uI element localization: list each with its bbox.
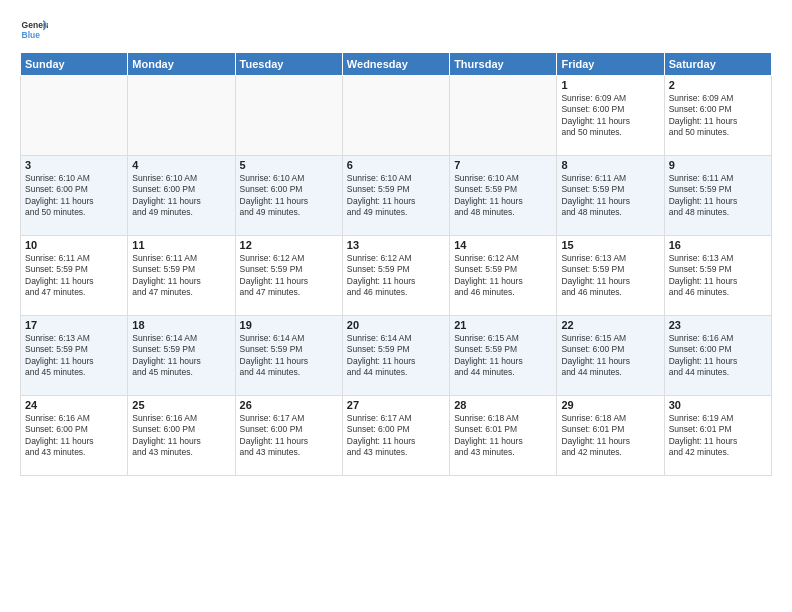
calendar-cell: 30Sunrise: 6:19 AM Sunset: 6:01 PM Dayli… bbox=[664, 396, 771, 476]
day-number: 4 bbox=[132, 159, 230, 171]
day-info: Sunrise: 6:11 AM Sunset: 5:59 PM Dayligh… bbox=[669, 173, 767, 219]
day-info: Sunrise: 6:15 AM Sunset: 6:00 PM Dayligh… bbox=[561, 333, 659, 379]
weekday-header-friday: Friday bbox=[557, 53, 664, 76]
calendar-cell: 11Sunrise: 6:11 AM Sunset: 5:59 PM Dayli… bbox=[128, 236, 235, 316]
calendar-cell: 1Sunrise: 6:09 AM Sunset: 6:00 PM Daylig… bbox=[557, 76, 664, 156]
day-info: Sunrise: 6:13 AM Sunset: 5:59 PM Dayligh… bbox=[561, 253, 659, 299]
day-number: 11 bbox=[132, 239, 230, 251]
day-number: 18 bbox=[132, 319, 230, 331]
day-number: 6 bbox=[347, 159, 445, 171]
day-number: 9 bbox=[669, 159, 767, 171]
calendar-cell: 27Sunrise: 6:17 AM Sunset: 6:00 PM Dayli… bbox=[342, 396, 449, 476]
weekday-header-saturday: Saturday bbox=[664, 53, 771, 76]
day-info: Sunrise: 6:14 AM Sunset: 5:59 PM Dayligh… bbox=[240, 333, 338, 379]
calendar-cell: 18Sunrise: 6:14 AM Sunset: 5:59 PM Dayli… bbox=[128, 316, 235, 396]
day-info: Sunrise: 6:16 AM Sunset: 6:00 PM Dayligh… bbox=[25, 413, 123, 459]
svg-text:Blue: Blue bbox=[22, 30, 41, 40]
calendar-cell: 8Sunrise: 6:11 AM Sunset: 5:59 PM Daylig… bbox=[557, 156, 664, 236]
calendar-cell: 2Sunrise: 6:09 AM Sunset: 6:00 PM Daylig… bbox=[664, 76, 771, 156]
day-info: Sunrise: 6:18 AM Sunset: 6:01 PM Dayligh… bbox=[561, 413, 659, 459]
day-number: 17 bbox=[25, 319, 123, 331]
calendar-cell: 10Sunrise: 6:11 AM Sunset: 5:59 PM Dayli… bbox=[21, 236, 128, 316]
day-info: Sunrise: 6:11 AM Sunset: 5:59 PM Dayligh… bbox=[561, 173, 659, 219]
day-number: 2 bbox=[669, 79, 767, 91]
day-info: Sunrise: 6:13 AM Sunset: 5:59 PM Dayligh… bbox=[669, 253, 767, 299]
day-number: 13 bbox=[347, 239, 445, 251]
day-number: 8 bbox=[561, 159, 659, 171]
day-info: Sunrise: 6:19 AM Sunset: 6:01 PM Dayligh… bbox=[669, 413, 767, 459]
calendar-cell bbox=[450, 76, 557, 156]
weekday-header-sunday: Sunday bbox=[21, 53, 128, 76]
day-info: Sunrise: 6:10 AM Sunset: 6:00 PM Dayligh… bbox=[25, 173, 123, 219]
calendar-cell: 22Sunrise: 6:15 AM Sunset: 6:00 PM Dayli… bbox=[557, 316, 664, 396]
weekday-header-thursday: Thursday bbox=[450, 53, 557, 76]
day-info: Sunrise: 6:14 AM Sunset: 5:59 PM Dayligh… bbox=[347, 333, 445, 379]
day-number: 22 bbox=[561, 319, 659, 331]
calendar-cell: 7Sunrise: 6:10 AM Sunset: 5:59 PM Daylig… bbox=[450, 156, 557, 236]
day-number: 29 bbox=[561, 399, 659, 411]
calendar-cell: 28Sunrise: 6:18 AM Sunset: 6:01 PM Dayli… bbox=[450, 396, 557, 476]
day-number: 21 bbox=[454, 319, 552, 331]
day-number: 26 bbox=[240, 399, 338, 411]
calendar-cell bbox=[128, 76, 235, 156]
day-info: Sunrise: 6:10 AM Sunset: 5:59 PM Dayligh… bbox=[454, 173, 552, 219]
weekday-header-monday: Monday bbox=[128, 53, 235, 76]
page-header: General Blue bbox=[20, 16, 772, 44]
weekday-header-tuesday: Tuesday bbox=[235, 53, 342, 76]
day-info: Sunrise: 6:13 AM Sunset: 5:59 PM Dayligh… bbox=[25, 333, 123, 379]
day-number: 27 bbox=[347, 399, 445, 411]
calendar-cell: 29Sunrise: 6:18 AM Sunset: 6:01 PM Dayli… bbox=[557, 396, 664, 476]
calendar-cell: 6Sunrise: 6:10 AM Sunset: 5:59 PM Daylig… bbox=[342, 156, 449, 236]
calendar-cell: 23Sunrise: 6:16 AM Sunset: 6:00 PM Dayli… bbox=[664, 316, 771, 396]
calendar-cell: 26Sunrise: 6:17 AM Sunset: 6:00 PM Dayli… bbox=[235, 396, 342, 476]
day-number: 30 bbox=[669, 399, 767, 411]
calendar-cell: 24Sunrise: 6:16 AM Sunset: 6:00 PM Dayli… bbox=[21, 396, 128, 476]
logo: General Blue bbox=[20, 16, 52, 44]
calendar-cell: 21Sunrise: 6:15 AM Sunset: 5:59 PM Dayli… bbox=[450, 316, 557, 396]
day-info: Sunrise: 6:15 AM Sunset: 5:59 PM Dayligh… bbox=[454, 333, 552, 379]
day-info: Sunrise: 6:17 AM Sunset: 6:00 PM Dayligh… bbox=[347, 413, 445, 459]
calendar-cell: 20Sunrise: 6:14 AM Sunset: 5:59 PM Dayli… bbox=[342, 316, 449, 396]
day-number: 24 bbox=[25, 399, 123, 411]
calendar-cell: 25Sunrise: 6:16 AM Sunset: 6:00 PM Dayli… bbox=[128, 396, 235, 476]
day-info: Sunrise: 6:16 AM Sunset: 6:00 PM Dayligh… bbox=[132, 413, 230, 459]
day-number: 1 bbox=[561, 79, 659, 91]
calendar-cell: 16Sunrise: 6:13 AM Sunset: 5:59 PM Dayli… bbox=[664, 236, 771, 316]
day-info: Sunrise: 6:09 AM Sunset: 6:00 PM Dayligh… bbox=[669, 93, 767, 139]
day-info: Sunrise: 6:09 AM Sunset: 6:00 PM Dayligh… bbox=[561, 93, 659, 139]
calendar-cell: 12Sunrise: 6:12 AM Sunset: 5:59 PM Dayli… bbox=[235, 236, 342, 316]
day-number: 20 bbox=[347, 319, 445, 331]
day-info: Sunrise: 6:16 AM Sunset: 6:00 PM Dayligh… bbox=[669, 333, 767, 379]
day-info: Sunrise: 6:12 AM Sunset: 5:59 PM Dayligh… bbox=[454, 253, 552, 299]
day-info: Sunrise: 6:12 AM Sunset: 5:59 PM Dayligh… bbox=[347, 253, 445, 299]
calendar: SundayMondayTuesdayWednesdayThursdayFrid… bbox=[20, 52, 772, 476]
day-number: 14 bbox=[454, 239, 552, 251]
day-number: 23 bbox=[669, 319, 767, 331]
day-info: Sunrise: 6:12 AM Sunset: 5:59 PM Dayligh… bbox=[240, 253, 338, 299]
day-info: Sunrise: 6:11 AM Sunset: 5:59 PM Dayligh… bbox=[25, 253, 123, 299]
day-number: 19 bbox=[240, 319, 338, 331]
day-number: 15 bbox=[561, 239, 659, 251]
day-number: 16 bbox=[669, 239, 767, 251]
calendar-cell: 17Sunrise: 6:13 AM Sunset: 5:59 PM Dayli… bbox=[21, 316, 128, 396]
calendar-cell bbox=[342, 76, 449, 156]
calendar-cell: 5Sunrise: 6:10 AM Sunset: 6:00 PM Daylig… bbox=[235, 156, 342, 236]
calendar-cell: 9Sunrise: 6:11 AM Sunset: 5:59 PM Daylig… bbox=[664, 156, 771, 236]
logo-icon: General Blue bbox=[20, 16, 48, 44]
day-number: 5 bbox=[240, 159, 338, 171]
calendar-cell bbox=[235, 76, 342, 156]
day-info: Sunrise: 6:11 AM Sunset: 5:59 PM Dayligh… bbox=[132, 253, 230, 299]
day-info: Sunrise: 6:18 AM Sunset: 6:01 PM Dayligh… bbox=[454, 413, 552, 459]
calendar-cell: 15Sunrise: 6:13 AM Sunset: 5:59 PM Dayli… bbox=[557, 236, 664, 316]
weekday-header-wednesday: Wednesday bbox=[342, 53, 449, 76]
calendar-cell: 4Sunrise: 6:10 AM Sunset: 6:00 PM Daylig… bbox=[128, 156, 235, 236]
day-number: 10 bbox=[25, 239, 123, 251]
day-number: 7 bbox=[454, 159, 552, 171]
calendar-cell bbox=[21, 76, 128, 156]
day-number: 28 bbox=[454, 399, 552, 411]
day-number: 3 bbox=[25, 159, 123, 171]
day-number: 12 bbox=[240, 239, 338, 251]
calendar-cell: 13Sunrise: 6:12 AM Sunset: 5:59 PM Dayli… bbox=[342, 236, 449, 316]
day-info: Sunrise: 6:10 AM Sunset: 5:59 PM Dayligh… bbox=[347, 173, 445, 219]
calendar-cell: 3Sunrise: 6:10 AM Sunset: 6:00 PM Daylig… bbox=[21, 156, 128, 236]
